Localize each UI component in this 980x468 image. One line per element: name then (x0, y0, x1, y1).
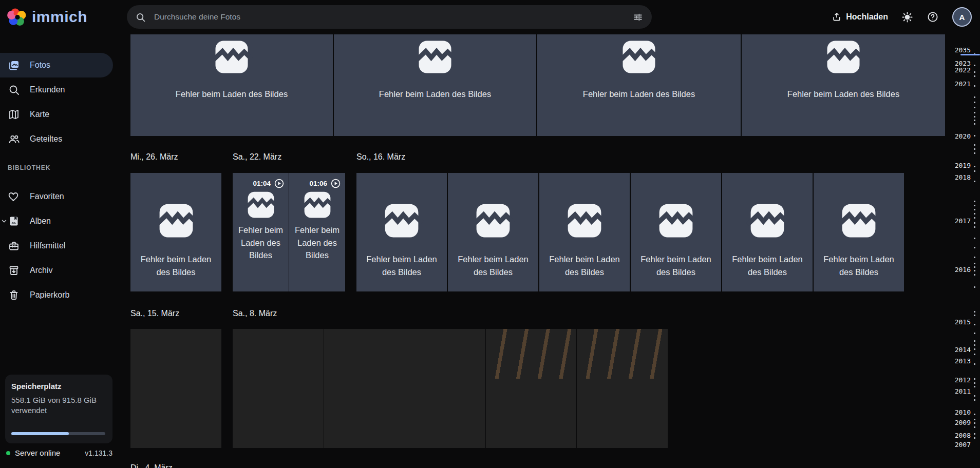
photo-tile-load-error[interactable]: Fehler beim Laden des Bildes (537, 34, 741, 136)
photo-thumbnail[interactable] (486, 329, 576, 448)
scrubber-segment-dot (974, 399, 975, 401)
scrubber-segment-dot (974, 213, 975, 215)
photo-thumbnail[interactable] (233, 329, 324, 448)
scrubber-segment-dot (974, 333, 975, 334)
sidebar-item-hilfsmittel[interactable]: Hilfsmittel (0, 233, 113, 258)
date-group-header: So., 16. März (356, 152, 405, 162)
sidebar-item-papierkorb[interactable]: Papierkorb (0, 283, 113, 307)
sidebar-item-erkunden[interactable]: Erkunden (0, 77, 113, 102)
scrubber-segment-dot (974, 116, 975, 118)
play-circle-icon (274, 178, 285, 189)
scrubber-segment-dot (974, 75, 975, 77)
photo-tile-load-error[interactable]: Fehler beim Laden des Bildes (722, 173, 813, 291)
scrubber-segment-dot (974, 85, 975, 87)
scrubber-segment-dot (974, 205, 975, 206)
image-error-label: Fehler beim Laden des Bildes (814, 253, 904, 278)
photo-tile-load-error[interactable]: Fehler beim Laden des Bildes (334, 34, 536, 136)
photo-timeline: Fehler beim Laden des BildesFehler beim … (130, 0, 945, 468)
scrubber-year-label: 2022 (955, 66, 971, 74)
photo-thumbnail[interactable] (324, 329, 485, 448)
video-tile-load-error[interactable]: 01:04Fehler beim Laden des Bildes (233, 173, 289, 291)
sidebar-item-alben[interactable]: Alben (0, 209, 113, 233)
play-circle-icon (330, 178, 341, 189)
image-error-label: Fehler beim Laden des Bildes (374, 88, 496, 101)
app-logo[interactable]: immich (7, 7, 87, 27)
search-icon (8, 84, 20, 96)
photo-tile-load-error[interactable]: Fehler beim Laden des Bildes (448, 173, 538, 291)
sidebar-section-library: BIBLIOTHEK (8, 164, 50, 171)
upload-icon (832, 12, 842, 22)
archive-icon (8, 264, 20, 277)
scrubber-segment-dot (974, 107, 975, 108)
sidebar-item-label: Erkunden (30, 85, 65, 94)
scrubber-segment-dot (974, 378, 975, 380)
video-tile-load-error[interactable]: 01:06Fehler beim Laden des Bildes (289, 173, 345, 291)
image-error-label: Fehler beim Laden des Bildes (130, 253, 221, 278)
topbar: immich Hochladen (0, 0, 980, 34)
video-badge: 01:04 (253, 178, 285, 189)
scrubber-segment-dot (974, 266, 975, 268)
scrubber-segment-dot (974, 148, 975, 150)
image-error-label: Fehler beim Laden des Bildes (539, 253, 630, 278)
upload-button[interactable]: Hochladen (832, 12, 888, 22)
search-filter-icon[interactable] (632, 11, 644, 23)
broken-image-icon (840, 202, 878, 240)
theme-toggle-button[interactable] (901, 11, 913, 23)
photo-tile-load-error[interactable]: Fehler beim Laden des Bildes (814, 173, 904, 291)
photo-tile-load-error[interactable]: Fehler beim Laden des Bildes (742, 34, 945, 136)
timeline-scrubber[interactable]: 2035202320222021202020192018201720162015… (948, 34, 980, 468)
photos-icon (8, 59, 20, 71)
scrubber-segment-dot (974, 222, 975, 224)
scrubber-segment-dot (974, 217, 975, 219)
scrubber-segment-dot (974, 382, 975, 384)
sidebar-item-geteiltes[interactable]: Geteiltes (0, 127, 113, 151)
scrubber-segment-dot (974, 344, 975, 346)
scrubber-segment-dot (974, 201, 975, 202)
scrubber-segment-dot (974, 71, 975, 73)
scrubber-segment-dot (974, 166, 975, 167)
storage-usage-text: 558.1 GiB von 915.8 GiB verwendet (11, 395, 101, 416)
photo-tile-load-error[interactable]: Fehler beim Laden des Bildes (356, 173, 447, 291)
sidebar-item-fotos[interactable]: Fotos (0, 53, 113, 77)
photo-tile-load-error[interactable]: Fehler beim Laden des Bildes (130, 34, 333, 136)
photo-tile-load-error[interactable]: Fehler beim Laden des Bildes (631, 173, 721, 291)
date-group-header: Mi., 26. März (130, 152, 178, 162)
help-button[interactable] (927, 11, 939, 23)
photo-thumbnail[interactable] (577, 329, 668, 448)
date-group-header: Di., 4. März (130, 463, 173, 468)
photo-thumbnail[interactable] (130, 329, 221, 448)
image-error-label: Fehler beim Laden des Bildes (722, 253, 813, 278)
storage-progress-fill (11, 432, 69, 435)
sidebar-item-label: Hilfsmittel (30, 241, 65, 250)
sun-icon (901, 11, 913, 23)
sidebar-item-archiv[interactable]: Archiv (0, 258, 113, 283)
scrubber-segment-dot (974, 315, 975, 316)
photo-tile-load-error[interactable]: Fehler beim Laden des Bildes (130, 173, 221, 291)
scrubber-segment-dot (974, 238, 975, 239)
search-bar[interactable] (127, 5, 652, 29)
user-avatar[interactable]: A (952, 7, 972, 27)
image-error-label: Fehler beim Laden des Bildes (171, 88, 293, 101)
scrubber-position-indicator[interactable] (960, 54, 980, 55)
scrubber-year-label: 2013 (955, 357, 971, 365)
storage-panel: Speicherplatz 558.1 GiB von 915.8 GiB ve… (5, 375, 112, 443)
scrubber-segment-dot (974, 386, 975, 387)
scrubber-segment-dot (974, 144, 975, 146)
topbar-actions: Hochladen A (832, 0, 972, 34)
photo-tile-load-error[interactable]: Fehler beim Laden des Bildes (539, 173, 630, 291)
search-input[interactable] (153, 12, 632, 22)
broken-image-icon (246, 190, 276, 220)
server-status-row: Server online v1.131.3 (6, 449, 112, 457)
sidebar-item-label: Alben (30, 217, 51, 226)
sidebar-item-favoriten[interactable]: Favoriten (0, 184, 113, 209)
scrubber-year-label: 2020 (955, 132, 971, 140)
map-icon (8, 108, 20, 121)
scrubber-segment-dot (974, 414, 975, 415)
sidebar-item-karte[interactable]: Karte (0, 102, 113, 127)
scrubber-segment-dot (974, 112, 975, 113)
app-name: immich (32, 8, 87, 26)
scrubber-year-label: 2017 (955, 217, 971, 225)
broken-image-icon (657, 202, 695, 240)
scrubber-segment-dot (974, 274, 975, 276)
server-online-dot (6, 451, 10, 455)
